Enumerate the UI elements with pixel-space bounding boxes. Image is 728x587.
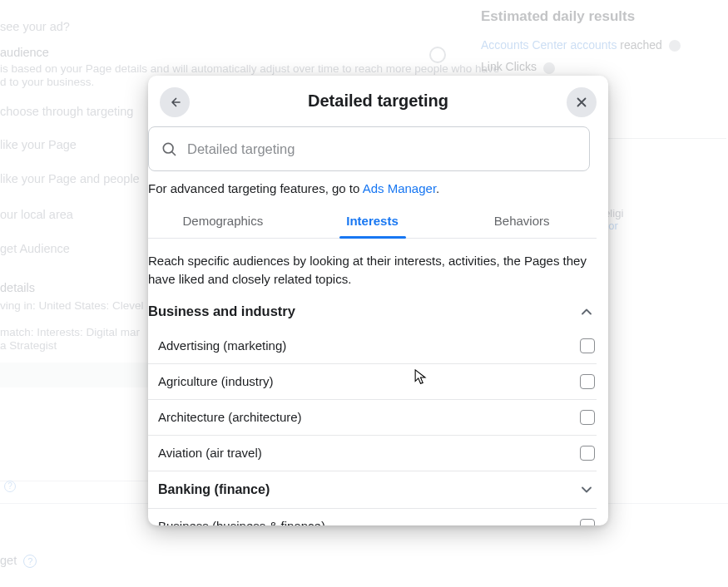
search-input[interactable] — [187, 141, 577, 157]
modal-title: Detailed targeting — [308, 91, 448, 111]
back-button[interactable] — [160, 87, 190, 117]
interest-label: Aviation (air travel) — [158, 446, 262, 460]
modal-scroll[interactable]: For advanced targeting features, go to A… — [148, 126, 608, 525]
search-field[interactable] — [148, 126, 590, 171]
interest-item[interactable]: Aviation (air travel) — [148, 436, 597, 471]
checkbox[interactable] — [580, 446, 595, 461]
period: . — [436, 181, 439, 195]
advanced-line: For advanced targeting features, go to A… — [148, 181, 597, 195]
modal-header: Detailed targeting — [148, 76, 608, 126]
chevron-up-icon — [578, 303, 595, 320]
interest-item[interactable]: Agriculture (industry) — [148, 364, 597, 400]
detailed-targeting-modal: Detailed targeting For advanced targetin… — [148, 76, 608, 525]
interest-item[interactable]: Architecture (architecture) — [148, 400, 597, 436]
tab-interests[interactable]: Interests — [298, 205, 448, 238]
interests-description: Reach specific audiences by looking at t… — [148, 252, 597, 289]
arrow-left-icon — [167, 95, 182, 110]
close-button[interactable] — [567, 87, 597, 117]
search-icon — [161, 141, 177, 157]
checkbox[interactable] — [580, 519, 595, 526]
checkbox[interactable] — [580, 374, 595, 389]
interest-label: Business (business & finance) — [158, 519, 325, 525]
subcategory-label: Banking (finance) — [158, 482, 270, 497]
interest-label: Architecture (architecture) — [158, 410, 302, 424]
advanced-prefix: For advanced targeting features, go to — [148, 181, 363, 195]
chevron-down-icon — [578, 481, 595, 498]
interest-label: Advertising (marketing) — [158, 338, 286, 353]
checkbox[interactable] — [580, 338, 595, 353]
category-label: Business and industry — [148, 303, 295, 319]
interest-item[interactable]: Business (business & finance) — [148, 509, 597, 526]
interest-label: Agriculture (industry) — [158, 374, 273, 388]
targeting-tabs: Demographics Interests Behaviors — [148, 205, 597, 239]
interest-item[interactable]: Advertising (marketing) — [148, 328, 597, 364]
checkbox[interactable] — [580, 410, 595, 425]
tab-behaviors[interactable]: Behaviors — [447, 205, 597, 238]
tab-demographics[interactable]: Demographics — [148, 205, 298, 238]
subcategory-banking[interactable]: Banking (finance) — [148, 471, 597, 509]
close-icon — [574, 95, 589, 110]
ads-manager-link[interactable]: Ads Manager — [363, 181, 436, 195]
modal-body: For advanced targeting features, go to A… — [148, 126, 608, 525]
category-business-industry[interactable]: Business and industry — [148, 300, 597, 328]
svg-line-1 — [172, 152, 176, 155]
